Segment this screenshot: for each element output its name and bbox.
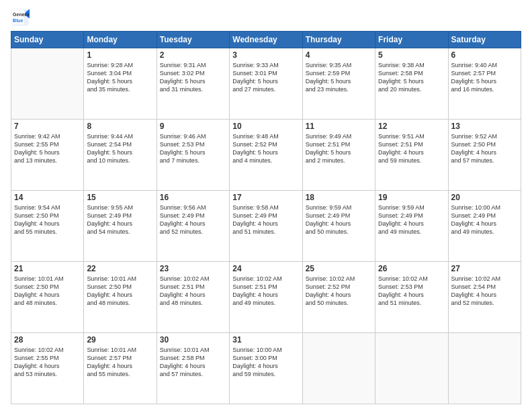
day-number: 19 bbox=[378, 193, 445, 202]
day-info: Sunrise: 10:02 AM Sunset: 2:54 PM Daylig… bbox=[451, 275, 518, 308]
day-info: Sunrise: 10:02 AM Sunset: 2:52 PM Daylig… bbox=[306, 275, 372, 308]
calendar-cell bbox=[302, 333, 375, 404]
header: General Blue bbox=[11, 8, 521, 27]
calendar-cell: 9Sunrise: 9:46 AM Sunset: 2:53 PM Daylig… bbox=[157, 120, 229, 191]
calendar-cell: 26Sunrise: 10:02 AM Sunset: 2:53 PM Dayl… bbox=[375, 262, 448, 333]
calendar-cell: 10Sunrise: 9:48 AM Sunset: 2:52 PM Dayli… bbox=[230, 120, 302, 191]
day-number: 17 bbox=[232, 193, 299, 202]
day-info: Sunrise: 9:38 AM Sunset: 2:58 PM Dayligh… bbox=[378, 61, 445, 94]
day-number: 20 bbox=[451, 193, 518, 202]
day-info: Sunrise: 9:28 AM Sunset: 3:04 PM Dayligh… bbox=[87, 61, 153, 94]
day-info: Sunrise: 9:55 AM Sunset: 2:49 PM Dayligh… bbox=[87, 203, 153, 236]
day-number: 22 bbox=[87, 264, 153, 273]
col-header-friday: Friday bbox=[375, 32, 448, 48]
day-info: Sunrise: 9:42 AM Sunset: 2:55 PM Dayligh… bbox=[14, 132, 81, 165]
day-number: 14 bbox=[14, 193, 81, 202]
day-info: Sunrise: 9:58 AM Sunset: 2:49 PM Dayligh… bbox=[232, 203, 299, 236]
calendar-cell: 25Sunrise: 10:02 AM Sunset: 2:52 PM Dayl… bbox=[302, 262, 375, 333]
day-number: 18 bbox=[306, 193, 372, 202]
calendar-cell: 18Sunrise: 9:59 AM Sunset: 2:49 PM Dayli… bbox=[302, 191, 375, 262]
day-number: 28 bbox=[14, 335, 81, 345]
calendar-cell bbox=[11, 48, 84, 120]
calendar-cell: 14Sunrise: 9:54 AM Sunset: 2:50 PM Dayli… bbox=[11, 191, 84, 262]
calendar-week-row: 14Sunrise: 9:54 AM Sunset: 2:50 PM Dayli… bbox=[11, 191, 521, 262]
day-number: 24 bbox=[232, 264, 299, 273]
day-info: Sunrise: 10:02 AM Sunset: 2:51 PM Daylig… bbox=[160, 275, 226, 308]
day-info: Sunrise: 9:56 AM Sunset: 2:49 PM Dayligh… bbox=[160, 203, 226, 236]
day-info: Sunrise: 9:49 AM Sunset: 2:51 PM Dayligh… bbox=[306, 132, 372, 165]
day-info: Sunrise: 10:01 AM Sunset: 2:57 PM Daylig… bbox=[87, 346, 153, 379]
col-header-saturday: Saturday bbox=[448, 32, 521, 48]
day-info: Sunrise: 10:02 AM Sunset: 2:53 PM Daylig… bbox=[378, 275, 445, 308]
day-number: 7 bbox=[14, 122, 81, 131]
day-info: Sunrise: 9:51 AM Sunset: 2:51 PM Dayligh… bbox=[378, 132, 445, 165]
day-info: Sunrise: 9:48 AM Sunset: 2:52 PM Dayligh… bbox=[232, 132, 299, 165]
day-info: Sunrise: 10:02 AM Sunset: 2:51 PM Daylig… bbox=[232, 275, 299, 308]
day-number: 23 bbox=[160, 264, 226, 273]
calendar-week-row: 28Sunrise: 10:02 AM Sunset: 2:55 PM Dayl… bbox=[11, 333, 521, 404]
day-number: 10 bbox=[232, 122, 299, 131]
day-number: 6 bbox=[451, 50, 518, 60]
day-number: 29 bbox=[87, 335, 153, 345]
day-number: 31 bbox=[232, 335, 299, 345]
calendar-cell: 30Sunrise: 10:01 AM Sunset: 2:58 PM Dayl… bbox=[157, 333, 229, 404]
col-header-sunday: Sunday bbox=[11, 32, 84, 48]
day-info: Sunrise: 9:59 AM Sunset: 2:49 PM Dayligh… bbox=[378, 203, 445, 236]
day-info: Sunrise: 9:52 AM Sunset: 2:50 PM Dayligh… bbox=[451, 132, 518, 165]
calendar-cell: 12Sunrise: 9:51 AM Sunset: 2:51 PM Dayli… bbox=[375, 120, 448, 191]
calendar-cell: 4Sunrise: 9:35 AM Sunset: 2:59 PM Daylig… bbox=[302, 48, 375, 120]
calendar-week-row: 21Sunrise: 10:01 AM Sunset: 2:50 PM Dayl… bbox=[11, 262, 521, 333]
day-number: 1 bbox=[87, 50, 153, 60]
day-number: 26 bbox=[378, 264, 445, 273]
day-info: Sunrise: 10:02 AM Sunset: 2:55 PM Daylig… bbox=[14, 346, 81, 379]
day-number: 15 bbox=[87, 193, 153, 202]
calendar-cell: 16Sunrise: 9:56 AM Sunset: 2:49 PM Dayli… bbox=[157, 191, 229, 262]
calendar-cell: 3Sunrise: 9:33 AM Sunset: 3:01 PM Daylig… bbox=[230, 48, 302, 120]
logo-icon: General Blue bbox=[11, 8, 30, 27]
svg-text:Blue: Blue bbox=[13, 18, 23, 23]
day-info: Sunrise: 9:33 AM Sunset: 3:01 PM Dayligh… bbox=[232, 61, 299, 94]
col-header-wednesday: Wednesday bbox=[230, 32, 302, 48]
day-info: Sunrise: 9:54 AM Sunset: 2:50 PM Dayligh… bbox=[14, 203, 81, 236]
day-number: 13 bbox=[451, 122, 518, 131]
day-info: Sunrise: 10:01 AM Sunset: 2:58 PM Daylig… bbox=[160, 346, 226, 379]
day-number: 9 bbox=[160, 122, 226, 131]
day-info: Sunrise: 10:00 AM Sunset: 3:00 PM Daylig… bbox=[232, 346, 299, 379]
calendar-cell: 13Sunrise: 9:52 AM Sunset: 2:50 PM Dayli… bbox=[448, 120, 521, 191]
calendar-cell: 28Sunrise: 10:02 AM Sunset: 2:55 PM Dayl… bbox=[11, 333, 84, 404]
calendar-cell: 11Sunrise: 9:49 AM Sunset: 2:51 PM Dayli… bbox=[302, 120, 375, 191]
calendar-week-row: 7Sunrise: 9:42 AM Sunset: 2:55 PM Daylig… bbox=[11, 120, 521, 191]
svg-text:General: General bbox=[13, 12, 30, 17]
day-info: Sunrise: 9:40 AM Sunset: 2:57 PM Dayligh… bbox=[451, 61, 518, 94]
calendar-cell: 6Sunrise: 9:40 AM Sunset: 2:57 PM Daylig… bbox=[448, 48, 521, 120]
day-number: 30 bbox=[160, 335, 226, 345]
calendar-cell: 31Sunrise: 10:00 AM Sunset: 3:00 PM Dayl… bbox=[230, 333, 302, 404]
calendar-cell: 5Sunrise: 9:38 AM Sunset: 2:58 PM Daylig… bbox=[375, 48, 448, 120]
day-number: 25 bbox=[306, 264, 372, 273]
calendar-cell: 21Sunrise: 10:01 AM Sunset: 2:50 PM Dayl… bbox=[11, 262, 84, 333]
day-info: Sunrise: 9:59 AM Sunset: 2:49 PM Dayligh… bbox=[306, 203, 372, 236]
calendar-week-row: 1Sunrise: 9:28 AM Sunset: 3:04 PM Daylig… bbox=[11, 48, 521, 120]
day-number: 2 bbox=[160, 50, 226, 60]
calendar-cell: 2Sunrise: 9:31 AM Sunset: 3:02 PM Daylig… bbox=[157, 48, 229, 120]
day-info: Sunrise: 9:46 AM Sunset: 2:53 PM Dayligh… bbox=[160, 132, 226, 165]
calendar-cell: 22Sunrise: 10:01 AM Sunset: 2:50 PM Dayl… bbox=[84, 262, 157, 333]
calendar-cell: 23Sunrise: 10:02 AM Sunset: 2:51 PM Dayl… bbox=[157, 262, 229, 333]
calendar-cell: 24Sunrise: 10:02 AM Sunset: 2:51 PM Dayl… bbox=[230, 262, 302, 333]
calendar-cell: 20Sunrise: 10:00 AM Sunset: 2:49 PM Dayl… bbox=[448, 191, 521, 262]
calendar-table: SundayMondayTuesdayWednesdayThursdayFrid… bbox=[11, 31, 521, 404]
day-number: 11 bbox=[306, 122, 372, 131]
calendar-cell: 29Sunrise: 10:01 AM Sunset: 2:57 PM Dayl… bbox=[84, 333, 157, 404]
day-info: Sunrise: 9:35 AM Sunset: 2:59 PM Dayligh… bbox=[306, 61, 372, 94]
calendar-header-row: SundayMondayTuesdayWednesdayThursdayFrid… bbox=[11, 32, 521, 48]
logo: General Blue bbox=[11, 8, 32, 27]
calendar-cell: 7Sunrise: 9:42 AM Sunset: 2:55 PM Daylig… bbox=[11, 120, 84, 191]
day-number: 27 bbox=[451, 264, 518, 273]
col-header-tuesday: Tuesday bbox=[157, 32, 229, 48]
day-info: Sunrise: 9:44 AM Sunset: 2:54 PM Dayligh… bbox=[87, 132, 153, 165]
day-number: 5 bbox=[378, 50, 445, 60]
day-number: 16 bbox=[160, 193, 226, 202]
day-info: Sunrise: 10:01 AM Sunset: 2:50 PM Daylig… bbox=[14, 275, 81, 308]
day-number: 21 bbox=[14, 264, 81, 273]
calendar-cell: 8Sunrise: 9:44 AM Sunset: 2:54 PM Daylig… bbox=[84, 120, 157, 191]
